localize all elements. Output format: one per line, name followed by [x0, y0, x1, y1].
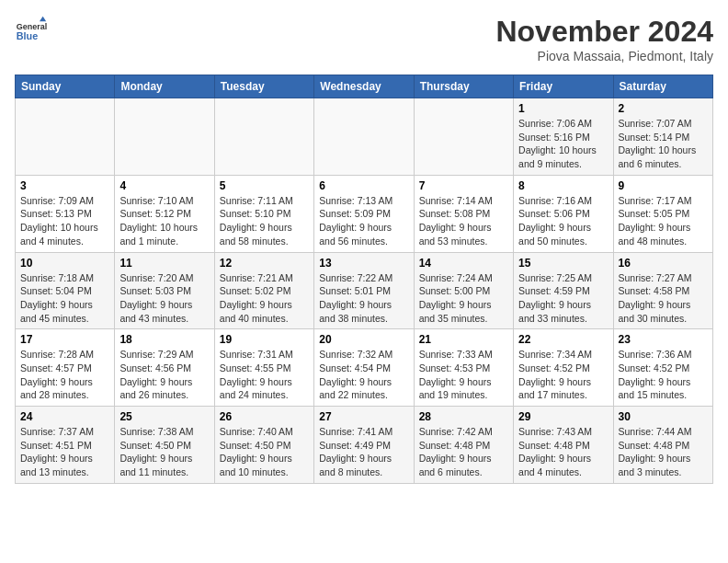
day-number: 23	[619, 333, 708, 346]
calendar-cell: 25Sunrise: 7:38 AM Sunset: 4:50 PM Dayli…	[115, 407, 214, 484]
month-title: November 2024	[495, 15, 713, 49]
calendar-cell: 24Sunrise: 7:37 AM Sunset: 4:51 PM Dayli…	[16, 407, 115, 484]
calendar-cell: 2Sunrise: 7:07 AM Sunset: 5:14 PM Daylig…	[613, 98, 712, 176]
calendar-cell: 22Sunrise: 7:34 AM Sunset: 4:52 PM Dayli…	[514, 329, 613, 407]
calendar-cell: 27Sunrise: 7:41 AM Sunset: 4:49 PM Dayli…	[314, 407, 414, 484]
day-info: Sunrise: 7:37 AM Sunset: 4:51 PM Dayligh…	[20, 425, 109, 479]
calendar-cell: 17Sunrise: 7:28 AM Sunset: 4:57 PM Dayli…	[16, 329, 115, 407]
day-number: 8	[518, 179, 608, 192]
day-number: 9	[619, 179, 708, 192]
day-info: Sunrise: 7:31 AM Sunset: 4:55 PM Dayligh…	[220, 348, 309, 402]
day-number: 3	[20, 179, 109, 192]
calendar-cell: 8Sunrise: 7:16 AM Sunset: 5:06 PM Daylig…	[514, 175, 613, 252]
weekday-header-tuesday: Tuesday	[214, 75, 313, 98]
day-info: Sunrise: 7:16 AM Sunset: 5:06 PM Dayligh…	[518, 194, 608, 248]
day-info: Sunrise: 7:27 AM Sunset: 4:58 PM Dayligh…	[619, 271, 708, 326]
svg-marker-2	[40, 17, 46, 21]
calendar-cell: 1Sunrise: 7:06 AM Sunset: 5:16 PM Daylig…	[514, 98, 613, 176]
weekday-header-sunday: Sunday	[16, 75, 115, 98]
calendar-week-1: 3Sunrise: 7:09 AM Sunset: 5:13 PM Daylig…	[16, 175, 713, 252]
calendar-cell: 26Sunrise: 7:40 AM Sunset: 4:50 PM Dayli…	[214, 407, 313, 484]
day-info: Sunrise: 7:20 AM Sunset: 5:03 PM Dayligh…	[119, 271, 209, 326]
day-info: Sunrise: 7:21 AM Sunset: 5:02 PM Dayligh…	[220, 271, 309, 326]
day-number: 14	[419, 257, 508, 270]
day-info: Sunrise: 7:17 AM Sunset: 5:05 PM Dayligh…	[619, 194, 708, 248]
day-number: 22	[518, 333, 608, 346]
weekday-header-wednesday: Wednesday	[314, 75, 414, 98]
weekday-header-saturday: Saturday	[613, 75, 712, 98]
calendar-cell: 7Sunrise: 7:14 AM Sunset: 5:08 PM Daylig…	[414, 175, 513, 252]
day-info: Sunrise: 7:18 AM Sunset: 5:04 PM Dayligh…	[20, 271, 109, 326]
day-number: 21	[419, 333, 508, 346]
day-info: Sunrise: 7:11 AM Sunset: 5:10 PM Dayligh…	[220, 194, 309, 248]
logo[interactable]: General Blue	[15, 15, 48, 48]
calendar-cell: 13Sunrise: 7:22 AM Sunset: 5:01 PM Dayli…	[314, 252, 414, 329]
day-info: Sunrise: 7:32 AM Sunset: 4:54 PM Dayligh…	[319, 348, 408, 402]
day-info: Sunrise: 7:41 AM Sunset: 4:49 PM Dayligh…	[319, 425, 408, 479]
day-info: Sunrise: 7:38 AM Sunset: 4:50 PM Dayligh…	[119, 425, 209, 479]
day-number: 6	[319, 179, 408, 192]
day-number: 20	[319, 333, 408, 346]
day-number: 13	[319, 257, 408, 270]
calendar-cell: 4Sunrise: 7:10 AM Sunset: 5:12 PM Daylig…	[115, 175, 214, 252]
day-number: 27	[319, 410, 408, 423]
day-number: 28	[419, 410, 508, 423]
day-info: Sunrise: 7:13 AM Sunset: 5:09 PM Dayligh…	[319, 194, 408, 248]
day-info: Sunrise: 7:09 AM Sunset: 5:13 PM Dayligh…	[20, 194, 109, 248]
calendar-cell	[314, 98, 414, 176]
day-number: 29	[518, 410, 608, 423]
day-info: Sunrise: 7:10 AM Sunset: 5:12 PM Dayligh…	[119, 194, 209, 248]
day-number: 15	[518, 257, 608, 270]
calendar-cell	[115, 98, 214, 176]
calendar-cell	[414, 98, 513, 176]
calendar-cell	[214, 98, 313, 176]
calendar-cell: 30Sunrise: 7:44 AM Sunset: 4:48 PM Dayli…	[613, 407, 712, 484]
calendar-cell: 6Sunrise: 7:13 AM Sunset: 5:09 PM Daylig…	[314, 175, 414, 252]
day-info: Sunrise: 7:34 AM Sunset: 4:52 PM Dayligh…	[518, 348, 608, 402]
day-number: 1	[518, 102, 608, 115]
calendar-cell	[16, 98, 115, 176]
calendar-cell: 3Sunrise: 7:09 AM Sunset: 5:13 PM Daylig…	[16, 175, 115, 252]
title-block: November 2024 Piova Massaia, Piedmont, I…	[495, 15, 713, 63]
day-info: Sunrise: 7:40 AM Sunset: 4:50 PM Dayligh…	[220, 425, 309, 479]
day-info: Sunrise: 7:43 AM Sunset: 4:48 PM Dayligh…	[518, 425, 608, 479]
weekday-header-friday: Friday	[514, 75, 613, 98]
day-info: Sunrise: 7:24 AM Sunset: 5:00 PM Dayligh…	[419, 271, 508, 326]
day-number: 24	[20, 410, 109, 423]
calendar-cell: 14Sunrise: 7:24 AM Sunset: 5:00 PM Dayli…	[414, 252, 513, 329]
calendar-cell: 5Sunrise: 7:11 AM Sunset: 5:10 PM Daylig…	[214, 175, 313, 252]
day-number: 19	[220, 333, 309, 346]
day-number: 7	[419, 179, 508, 192]
calendar-week-2: 10Sunrise: 7:18 AM Sunset: 5:04 PM Dayli…	[16, 252, 713, 329]
day-info: Sunrise: 7:44 AM Sunset: 4:48 PM Dayligh…	[619, 425, 708, 479]
day-number: 5	[220, 179, 309, 192]
day-info: Sunrise: 7:06 AM Sunset: 5:16 PM Dayligh…	[518, 117, 608, 171]
day-number: 16	[619, 257, 708, 270]
day-info: Sunrise: 7:36 AM Sunset: 4:52 PM Dayligh…	[619, 348, 708, 402]
calendar-cell: 11Sunrise: 7:20 AM Sunset: 5:03 PM Dayli…	[115, 252, 214, 329]
day-number: 30	[619, 410, 708, 423]
day-info: Sunrise: 7:33 AM Sunset: 4:53 PM Dayligh…	[419, 348, 508, 402]
day-number: 25	[119, 410, 209, 423]
day-number: 4	[119, 179, 209, 192]
day-info: Sunrise: 7:14 AM Sunset: 5:08 PM Dayligh…	[419, 194, 508, 248]
calendar-week-3: 17Sunrise: 7:28 AM Sunset: 4:57 PM Dayli…	[16, 329, 713, 407]
day-info: Sunrise: 7:28 AM Sunset: 4:57 PM Dayligh…	[20, 348, 109, 402]
day-number: 2	[619, 102, 708, 115]
day-number: 12	[220, 257, 309, 270]
weekday-header-thursday: Thursday	[414, 75, 513, 98]
day-number: 26	[220, 410, 309, 423]
calendar-cell: 12Sunrise: 7:21 AM Sunset: 5:02 PM Dayli…	[214, 252, 313, 329]
calendar-cell: 23Sunrise: 7:36 AM Sunset: 4:52 PM Dayli…	[613, 329, 712, 407]
weekday-header-row: SundayMondayTuesdayWednesdayThursdayFrid…	[16, 75, 713, 98]
calendar-cell: 20Sunrise: 7:32 AM Sunset: 4:54 PM Dayli…	[314, 329, 414, 407]
calendar-cell: 28Sunrise: 7:42 AM Sunset: 4:48 PM Dayli…	[414, 407, 513, 484]
day-number: 10	[20, 257, 109, 270]
svg-text:Blue: Blue	[17, 30, 38, 41]
calendar-week-4: 24Sunrise: 7:37 AM Sunset: 4:51 PM Dayli…	[16, 407, 713, 484]
day-number: 11	[119, 257, 209, 270]
day-info: Sunrise: 7:42 AM Sunset: 4:48 PM Dayligh…	[419, 425, 508, 479]
calendar-cell: 9Sunrise: 7:17 AM Sunset: 5:05 PM Daylig…	[613, 175, 712, 252]
day-info: Sunrise: 7:07 AM Sunset: 5:14 PM Dayligh…	[619, 117, 708, 171]
calendar-cell: 16Sunrise: 7:27 AM Sunset: 4:58 PM Dayli…	[613, 252, 712, 329]
